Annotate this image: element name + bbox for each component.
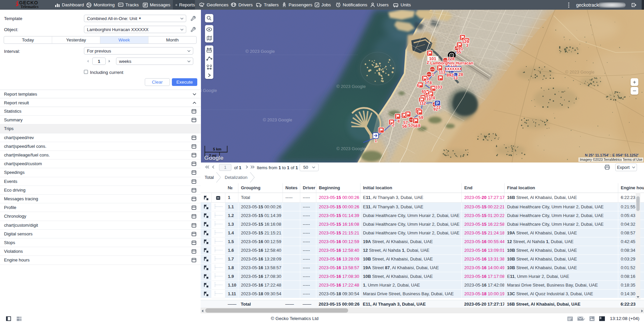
svg-text:58: 58	[413, 124, 418, 128]
svg-text:Telematics: Telematics	[20, 4, 39, 9]
svg-text:1: 1	[432, 72, 434, 77]
svg-text:3: 3	[466, 43, 468, 48]
svg-text:892: 892	[447, 73, 454, 78]
svg-text:Lamborghini Hurracan: Lamborghini Hurracan	[430, 61, 473, 66]
svg-text:28: 28	[458, 72, 463, 77]
svg-text:92: 92	[433, 107, 438, 112]
svg-text:55: 55	[456, 50, 461, 55]
svg-text:1: 1	[375, 138, 377, 143]
svg-text:24: 24	[430, 96, 435, 100]
svg-text:101: 101	[429, 56, 436, 61]
svg-text:13: 13	[453, 76, 458, 80]
svg-text:STOP: STOP	[427, 74, 431, 75]
svg-text:128: 128	[448, 57, 455, 61]
svg-text:STOP: STOP	[430, 69, 434, 70]
svg-text:8: 8	[430, 81, 432, 85]
svg-text:17: 17	[425, 80, 429, 85]
svg-text:5 km: 5 km	[213, 147, 221, 151]
svg-text:59: 59	[419, 115, 423, 120]
svg-text:4: 4	[398, 119, 400, 124]
svg-text:XXXXXXX: XXXXXXX	[445, 67, 462, 71]
svg-text:112: 112	[419, 101, 426, 106]
svg-text:10: 10	[426, 97, 431, 101]
svg-text:57: 57	[403, 120, 408, 125]
svg-text:53: 53	[408, 123, 413, 128]
svg-text:6: 6	[417, 83, 419, 88]
svg-text:103: 103	[435, 85, 442, 90]
svg-text:65: 65	[422, 89, 426, 94]
svg-text:2: 2	[392, 123, 395, 127]
